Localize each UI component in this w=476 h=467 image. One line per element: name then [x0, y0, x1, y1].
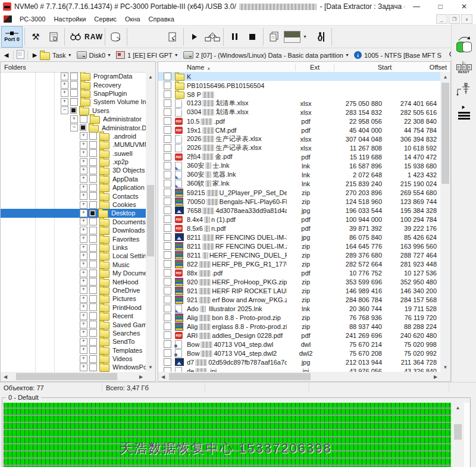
tree-checkbox[interactable]: [80, 115, 87, 123]
tree-checkbox[interactable]: [89, 175, 97, 183]
heads-map-button[interactable]: [454, 106, 474, 120]
file-row[interactable]: S8 P: [158, 90, 440, 99]
file-row[interactable]: 360安士.lnklnk16 587 89615 938 680: [158, 161, 440, 170]
map-vertical-scrollbar[interactable]: ▲ ▼: [453, 403, 463, 467]
tree-checkbox[interactable]: [70, 81, 78, 89]
expand-toggle[interactable]: +: [80, 244, 87, 252]
tree-checkbox[interactable]: [89, 261, 97, 268]
file-checkbox[interactable]: [164, 251, 171, 259]
tree-checkbox[interactable]: [89, 201, 97, 209]
tree-checkbox[interactable]: [89, 286, 97, 294]
tree-item-printhood[interactable]: +PrintHood: [1, 303, 146, 312]
expand-toggle[interactable]: +: [80, 201, 87, 209]
expand-toggle[interactable]: +: [80, 184, 87, 192]
search-button[interactable]: [67, 27, 84, 46]
expand-toggle[interactable]: +: [80, 209, 87, 217]
file-row[interactable]: 0123划清单.xlsxxlsx275 050 880274 401 664: [158, 99, 440, 108]
tree-item-system-volume-informat[interactable]: +System Volume Informat: [1, 98, 146, 106]
file-row[interactable]: d702d59dc897fb787aaf16a7c2...jpg212 013 …: [158, 358, 440, 366]
file-row[interactable]: 8211HERF_FENCING_DUEL_PKG...zip289 376 6…: [158, 250, 440, 259]
expand-toggle[interactable]: +: [80, 303, 87, 311]
file-checkbox[interactable]: [164, 242, 171, 250]
expand-toggle[interactable]: +: [80, 235, 87, 243]
file-row[interactable]: 360安览器.lnklnk2 072 6481 423 432: [158, 170, 440, 179]
tree-checkbox[interactable]: [89, 329, 97, 337]
file-checkbox[interactable]: [164, 99, 171, 107]
tree-item-local-settings[interactable]: +Local Settings: [1, 252, 146, 260]
scroll-down-arrow[interactable]: ▼: [453, 463, 463, 467]
tree-checkbox[interactable]: [89, 218, 97, 225]
menu-item-окна[interactable]: Окна: [121, 14, 145, 24]
tree-item-administrator[interactable]: +Administrator: [1, 115, 146, 123]
tree-item-programdata[interactable]: +ProgramData: [1, 72, 146, 80]
file-row[interactable]: PDF2拍4金.pdfpdf15 119 68814 470 472: [158, 152, 440, 161]
expand-toggle[interactable]: +: [80, 338, 87, 346]
expand-toggle[interactable]: +: [80, 132, 87, 140]
expand-toggle[interactable]: +: [80, 149, 87, 157]
file-row[interactable]: K: [158, 72, 440, 81]
file-checkbox[interactable]: [164, 305, 171, 312]
expand-toggle[interactable]: +: [80, 261, 87, 268]
tree-checkbox[interactable]: [89, 158, 97, 166]
expand-toggle[interactable]: +: [61, 73, 68, 80]
tree-item-3d-objects[interactable]: +3D Objects: [1, 166, 146, 174]
expand-toggle[interactable]: +: [80, 278, 87, 286]
expand-toggle[interactable]: +: [80, 269, 87, 277]
tree-item-recovery[interactable]: +Recovery: [1, 80, 146, 89]
tree-item-administrator-deskt[interactable]: −Administrator.DESKT: [1, 123, 146, 131]
tree-checkbox[interactable]: [70, 89, 78, 97]
tree-checkbox[interactable]: [89, 227, 97, 234]
tree-item-onedrive[interactable]: +OneDrive: [1, 286, 146, 294]
tree-item-desktop[interactable]: +Desktop: [1, 209, 146, 217]
sector-block-map[interactable]: 天浩数据恢复中心 15337206398: [4, 403, 451, 467]
column-ext[interactable]: Ext: [296, 64, 334, 71]
file-checkbox[interactable]: [164, 206, 171, 214]
file-checkbox[interactable]: [164, 189, 171, 196]
expand-toggle[interactable]: +: [80, 227, 87, 234]
expand-toggle[interactable]: +: [61, 89, 68, 97]
tree-checkbox[interactable]: [89, 346, 97, 354]
reset-counter-button[interactable]: 1↓ 000 RESET: [454, 61, 474, 74]
file-checkbox[interactable]: [164, 287, 171, 294]
tree-checkbox[interactable]: [89, 184, 97, 192]
scroll-up-arrow[interactable]: ▲: [440, 72, 450, 82]
tree-item-downloads[interactable]: +Downloads: [1, 226, 146, 234]
file-row[interactable]: Aligerglass 8.8 - Proto-prod.zipzip88 93…: [158, 322, 440, 331]
menu-item-настройки[interactable]: Настройки: [49, 14, 90, 24]
tree-checkbox[interactable]: [89, 303, 97, 311]
scroll-left-arrow[interactable]: ◀: [1, 372, 10, 381]
power-probe-button[interactable]: [454, 82, 474, 98]
expand-toggle[interactable]: +: [80, 158, 87, 166]
scroll-right-arrow[interactable]: ▶: [136, 372, 146, 381]
expand-toggle[interactable]: +: [80, 141, 87, 149]
tree-item-templates[interactable]: +Templates: [1, 346, 146, 355]
tree-checkbox[interactable]: [70, 107, 77, 114]
file-row[interactable]: 921HERF RIP ROCKET LAUNCH...zip146 989 4…: [158, 286, 440, 295]
file-row[interactable]: 8211RF FENCING DUEL-IM-202...jpg86 075 8…: [158, 233, 440, 242]
expand-toggle[interactable]: +: [80, 218, 87, 225]
file-row[interactable]: 921erf Bow and Arrow_PKG.zipzip284 806 7…: [158, 295, 440, 304]
tree-checkbox[interactable]: [89, 355, 97, 363]
file-checkbox[interactable]: [164, 144, 171, 152]
breadcrumb-item-1[interactable]: Task▼: [40, 51, 72, 60]
tree-item-contacts[interactable]: +Contacts: [1, 192, 146, 200]
file-row[interactable]: 59215U_2Player_PP_Set_Defy_P...zip270 20…: [158, 188, 440, 197]
tree-item-recent[interactable]: +Recent: [1, 312, 146, 320]
expand-toggle[interactable]: +: [80, 192, 87, 200]
port0-button[interactable]: Port 0: [1, 26, 23, 48]
file-row[interactable]: 822HERF_PB_PKG_R1_1770324...zip282 572 6…: [158, 259, 440, 268]
pause-button[interactable]: [226, 27, 243, 46]
file-row[interactable]: 360软家.lnklnk215 839 240215 190 024: [158, 179, 440, 188]
file-checkbox[interactable]: [164, 126, 171, 134]
breadcrumb-item-5[interactable]: i1005 - NTFS [Base MFT S: [354, 51, 441, 59]
expand-toggle[interactable]: −: [61, 106, 68, 114]
tree-item-windowspcmar[interactable]: +WindowsPcMar: [1, 363, 146, 371]
tree-item-links[interactable]: +Links: [1, 243, 146, 252]
file-row[interactable]: Aligbon 8.8 - Proto-prod.zipzip76 768 93…: [158, 313, 440, 322]
scroll-up-arrow[interactable]: ▲: [146, 72, 155, 82]
expand-toggle[interactable]: +: [61, 98, 68, 106]
menu-item-сервис[interactable]: Сервис: [90, 14, 121, 24]
file-row[interactable]: 8211RF FENCING DUEL-IM.zipzip164 645 776…: [158, 242, 440, 250]
file-checkbox[interactable]: [164, 135, 171, 143]
tree-item-application-data[interactable]: +Application Data: [1, 183, 146, 192]
